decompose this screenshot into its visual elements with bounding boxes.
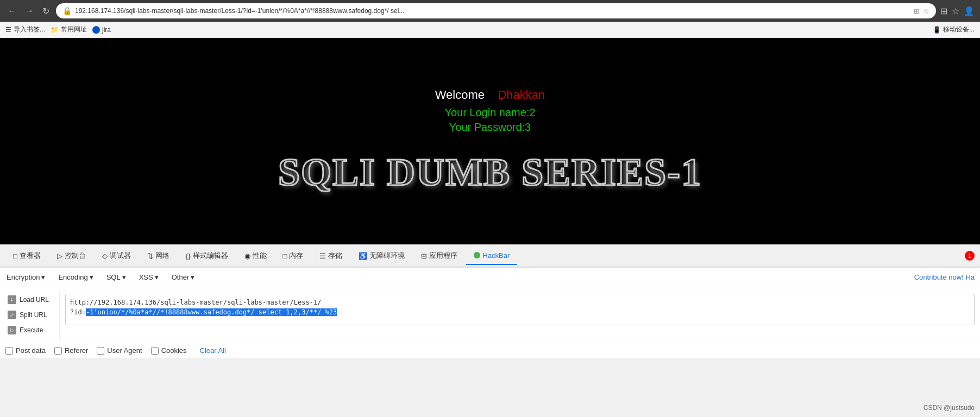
- xss-chevron-icon: ▾: [155, 273, 159, 281]
- nav-refresh-button[interactable]: ↻: [40, 4, 52, 18]
- console-icon: ▷: [57, 252, 62, 260]
- tab-memory[interactable]: □ 内存: [275, 247, 311, 265]
- referer-input[interactable]: [54, 347, 62, 355]
- tab-hackbar[interactable]: HackBar: [466, 247, 517, 265]
- xss-menu[interactable]: XSS ▾: [133, 271, 165, 283]
- sqli-title: SQLI DUMB SERIES-1: [278, 150, 702, 195]
- bookmark-jira[interactable]: jira: [92, 26, 111, 34]
- password-text: Your Password:3: [449, 121, 531, 134]
- clear-all-button[interactable]: Clear All: [200, 346, 226, 355]
- main-content: Welcome Dhakkan Your Login name:2 Your P…: [0, 38, 980, 244]
- performance-icon: ◉: [244, 252, 250, 260]
- debugger-icon: ◇: [102, 252, 108, 260]
- nav-forward-button[interactable]: →: [23, 4, 36, 18]
- hackbar-options: Post data Referer User Agent Cookies Cle…: [0, 343, 980, 358]
- welcome-static: Welcome: [435, 88, 485, 102]
- bookmark-import[interactable]: ☰ 导入书签...: [5, 25, 45, 34]
- url-line2-highlight: -1'union/*/%0a*a*//*!88888www.safedog.do…: [86, 308, 337, 316]
- tab-style-editor[interactable]: {} 样式编辑器: [178, 247, 236, 265]
- nav-back-button[interactable]: ←: [5, 4, 18, 18]
- bookmark-common[interactable]: 📁 常用网址: [51, 25, 87, 34]
- encoding-chevron-icon: ▾: [90, 273, 93, 281]
- hackbar-dot-icon: [474, 252, 480, 258]
- tab-performance[interactable]: ◉ 性能: [237, 247, 274, 265]
- style-icon: {}: [186, 252, 191, 260]
- storage-icon: ☰: [319, 252, 326, 260]
- hackbar-url-area: http://192.168.174.136/sqli-labs-master/…: [60, 290, 980, 339]
- other-chevron-icon: ▾: [191, 273, 194, 281]
- execute-button[interactable]: ▷ Execute: [3, 323, 56, 337]
- bookmark-mobile[interactable]: 📱 移动设备...: [933, 25, 975, 34]
- hackbar-content: ⤓ Load URL ⤢ Split URL ▷ Execute http://…: [0, 287, 980, 343]
- memory-icon: □: [283, 252, 287, 260]
- execute-icon: ▷: [8, 326, 16, 334]
- error-badge: 1: [965, 251, 975, 261]
- load-url-button[interactable]: ⤓ Load URL: [3, 293, 56, 307]
- address-bar-text: 192.168.174.136/sqli-labs-master/sqli-la…: [75, 7, 404, 15]
- accessibility-icon: ♿: [359, 252, 367, 260]
- split-url-icon: ⤢: [8, 311, 16, 319]
- tab-network[interactable]: ⇅ 网络: [140, 247, 177, 265]
- url-line2-prefix: ?id=: [70, 308, 86, 316]
- hackbar-sidebar: ⤓ Load URL ⤢ Split URL ▷ Execute: [0, 290, 60, 339]
- encoding-menu[interactable]: Encoding ▾: [52, 271, 99, 283]
- folder-icon: 📁: [51, 26, 59, 34]
- tab-debugger[interactable]: ◇ 调试器: [95, 247, 139, 265]
- encryption-chevron-icon: ▾: [41, 273, 45, 281]
- other-menu[interactable]: Other ▾: [165, 271, 202, 283]
- jira-icon: [92, 26, 100, 34]
- browser-icons: ⊞ ☆ 👤: [940, 6, 975, 16]
- login-name-text: Your Login name:2: [444, 106, 535, 119]
- cookies-input[interactable]: [151, 347, 159, 355]
- network-icon: ⇅: [147, 252, 153, 260]
- url-line1: http://192.168.174.136/sqli-labs-master/…: [70, 299, 321, 306]
- inspector-icon: □: [13, 252, 17, 260]
- welcome-name: Dhakkan: [498, 88, 545, 102]
- cookies-checkbox[interactable]: Cookies: [151, 346, 187, 355]
- tab-storage[interactable]: ☰ 存储: [312, 247, 350, 265]
- bookmark-icon: ☆: [952, 6, 959, 16]
- sql-chevron-icon: ▾: [122, 273, 126, 281]
- post-data-checkbox[interactable]: Post data: [5, 346, 46, 355]
- encryption-menu[interactable]: Encryption ▾: [0, 271, 52, 283]
- import-icon: ☰: [5, 26, 11, 34]
- post-data-input[interactable]: [5, 347, 13, 355]
- tab-accessibility[interactable]: ♿ 无障碍环境: [351, 247, 412, 265]
- browser-chrome: ← → ↻ 🔒 192.168.174.136/sqli-labs-master…: [0, 0, 980, 22]
- address-bar[interactable]: 🔒 192.168.174.136/sqli-labs-master/sqli-…: [56, 3, 936, 18]
- contribute-link[interactable]: Contribute now! Ha: [914, 273, 975, 281]
- split-url-button[interactable]: ⤢ Split URL: [3, 308, 56, 322]
- tab-application[interactable]: ⊞ 应用程序: [413, 247, 465, 265]
- user-agent-input[interactable]: [97, 347, 104, 355]
- application-icon: ⊞: [421, 252, 427, 260]
- mobile-icon: 📱: [933, 26, 941, 34]
- welcome-line: Welcome Dhakkan: [435, 88, 545, 102]
- extensions-icon: ⊞: [940, 6, 947, 16]
- sql-menu[interactable]: SQL ▾: [100, 271, 133, 283]
- load-url-icon: ⤓: [8, 295, 16, 304]
- url-display[interactable]: http://192.168.174.136/sqli-labs-master/…: [65, 294, 975, 325]
- tab-inspector[interactable]: □ 查看器: [5, 247, 48, 265]
- referer-checkbox[interactable]: Referer: [54, 346, 88, 355]
- devtools-bar: □ 查看器 ▷ 控制台 ◇ 调试器 ⇅ 网络 {} 样式编辑器 ◉ 性能 □ 内…: [0, 244, 980, 267]
- tab-console[interactable]: ▷ 控制台: [49, 247, 93, 265]
- bookmarks-bar: ☰ 导入书签... 📁 常用网址 jira 📱 移动设备...: [0, 22, 980, 38]
- hackbar-menu: Encryption ▾ Encoding ▾ SQL ▾ XSS ▾ Othe…: [0, 268, 980, 287]
- profile-icon: 👤: [964, 6, 975, 16]
- hackbar-panel: Encryption ▾ Encoding ▾ SQL ▾ XSS ▾ Othe…: [0, 267, 980, 358]
- user-agent-checkbox[interactable]: User Agent: [97, 346, 142, 355]
